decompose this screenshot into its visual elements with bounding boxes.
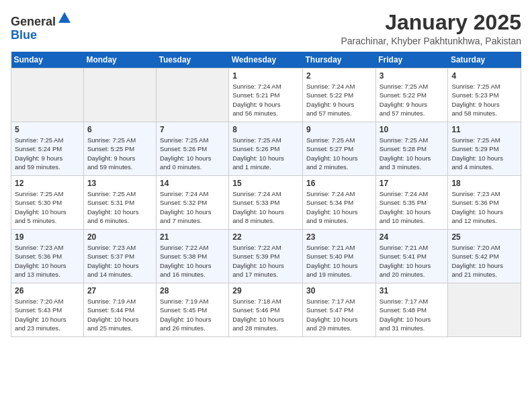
day-info: Sunrise: 7:25 AM Sunset: 5:23 PM Dayligh… bbox=[451, 82, 517, 118]
day-number: 20 bbox=[87, 232, 152, 242]
calendar-day-cell: 14Sunrise: 7:24 AM Sunset: 5:32 PM Dayli… bbox=[156, 176, 228, 230]
weekday-header-cell: Wednesday bbox=[229, 52, 303, 68]
calendar-week-row: 19Sunrise: 7:23 AM Sunset: 5:36 PM Dayli… bbox=[11, 230, 521, 283]
day-number: 5 bbox=[15, 125, 80, 134]
day-info: Sunrise: 7:24 AM Sunset: 5:22 PM Dayligh… bbox=[306, 82, 372, 118]
day-number: 29 bbox=[232, 286, 299, 295]
day-number: 6 bbox=[87, 125, 152, 134]
calendar-week-row: 12Sunrise: 7:25 AM Sunset: 5:30 PM Dayli… bbox=[11, 176, 521, 230]
day-info: Sunrise: 7:22 AM Sunset: 5:38 PM Dayligh… bbox=[160, 243, 225, 279]
month-title: January 2025 bbox=[341, 11, 522, 34]
day-info: Sunrise: 7:25 AM Sunset: 5:31 PM Dayligh… bbox=[87, 189, 152, 225]
day-info: Sunrise: 7:18 AM Sunset: 5:46 PM Dayligh… bbox=[232, 297, 299, 332]
day-info: Sunrise: 7:25 AM Sunset: 5:22 PM Dayligh… bbox=[380, 82, 445, 118]
day-info: Sunrise: 7:24 AM Sunset: 5:21 PM Dayligh… bbox=[232, 82, 299, 118]
day-info: Sunrise: 7:20 AM Sunset: 5:43 PM Dayligh… bbox=[15, 297, 80, 332]
calendar-day-cell: 23Sunrise: 7:21 AM Sunset: 5:40 PM Dayli… bbox=[303, 230, 376, 283]
calendar-day-cell: 24Sunrise: 7:21 AM Sunset: 5:41 PM Dayli… bbox=[375, 230, 448, 283]
day-number: 14 bbox=[160, 179, 225, 188]
calendar-body: 1Sunrise: 7:24 AM Sunset: 5:21 PM Daylig… bbox=[11, 68, 521, 337]
calendar-day-cell: 31Sunrise: 7:17 AM Sunset: 5:48 PM Dayli… bbox=[375, 283, 448, 337]
day-number: 28 bbox=[160, 286, 225, 295]
day-number: 16 bbox=[306, 179, 372, 188]
day-number: 12 bbox=[15, 179, 80, 188]
calendar-day-cell: 15Sunrise: 7:24 AM Sunset: 5:33 PM Dayli… bbox=[229, 176, 303, 230]
day-number: 11 bbox=[451, 125, 517, 134]
calendar-day-cell: 16Sunrise: 7:24 AM Sunset: 5:34 PM Dayli… bbox=[303, 176, 376, 230]
weekday-header-cell: Saturday bbox=[448, 52, 521, 68]
calendar-day-cell bbox=[156, 68, 228, 122]
day-info: Sunrise: 7:24 AM Sunset: 5:34 PM Dayligh… bbox=[306, 189, 372, 225]
day-info: Sunrise: 7:25 AM Sunset: 5:25 PM Dayligh… bbox=[87, 136, 152, 171]
day-number: 10 bbox=[380, 125, 445, 134]
calendar-day-cell: 22Sunrise: 7:22 AM Sunset: 5:39 PM Dayli… bbox=[229, 230, 303, 283]
calendar-day-cell: 28Sunrise: 7:19 AM Sunset: 5:45 PM Dayli… bbox=[156, 283, 228, 337]
svg-marker-0 bbox=[58, 12, 71, 23]
day-info: Sunrise: 7:22 AM Sunset: 5:39 PM Dayligh… bbox=[232, 243, 299, 279]
calendar-day-cell: 12Sunrise: 7:25 AM Sunset: 5:30 PM Dayli… bbox=[11, 176, 84, 230]
day-info: Sunrise: 7:24 AM Sunset: 5:35 PM Dayligh… bbox=[380, 189, 445, 225]
calendar-day-cell: 27Sunrise: 7:19 AM Sunset: 5:44 PM Dayli… bbox=[83, 283, 156, 337]
day-number: 2 bbox=[306, 71, 372, 81]
day-info: Sunrise: 7:21 AM Sunset: 5:41 PM Dayligh… bbox=[380, 243, 445, 279]
day-info: Sunrise: 7:25 AM Sunset: 5:24 PM Dayligh… bbox=[15, 136, 80, 171]
page-header: General Blue January 2025 Parachinar, Kh… bbox=[11, 11, 521, 46]
calendar-day-cell bbox=[83, 68, 156, 122]
calendar-day-cell: 26Sunrise: 7:20 AM Sunset: 5:43 PM Dayli… bbox=[11, 283, 84, 337]
day-number: 19 bbox=[15, 232, 80, 242]
day-number: 31 bbox=[380, 286, 445, 295]
calendar-day-cell: 1Sunrise: 7:24 AM Sunset: 5:21 PM Daylig… bbox=[229, 68, 303, 122]
calendar-day-cell: 25Sunrise: 7:20 AM Sunset: 5:42 PM Dayli… bbox=[448, 230, 521, 283]
day-number: 27 bbox=[87, 286, 152, 295]
calendar-day-cell: 11Sunrise: 7:25 AM Sunset: 5:29 PM Dayli… bbox=[448, 122, 521, 176]
day-number: 1 bbox=[232, 71, 299, 81]
day-number: 18 bbox=[451, 179, 517, 188]
day-info: Sunrise: 7:25 AM Sunset: 5:28 PM Dayligh… bbox=[380, 136, 445, 171]
day-number: 13 bbox=[87, 179, 152, 188]
calendar-day-cell: 5Sunrise: 7:25 AM Sunset: 5:24 PM Daylig… bbox=[11, 122, 84, 176]
weekday-header-cell: Friday bbox=[375, 52, 448, 68]
weekday-header-cell: Monday bbox=[83, 52, 156, 68]
calendar-week-row: 5Sunrise: 7:25 AM Sunset: 5:24 PM Daylig… bbox=[11, 122, 521, 176]
day-number: 30 bbox=[306, 286, 372, 295]
logo-general: General bbox=[11, 15, 56, 28]
calendar-week-row: 1Sunrise: 7:24 AM Sunset: 5:21 PM Daylig… bbox=[11, 68, 521, 122]
logo-icon bbox=[57, 11, 72, 26]
day-number: 3 bbox=[380, 71, 445, 81]
day-info: Sunrise: 7:20 AM Sunset: 5:42 PM Dayligh… bbox=[451, 243, 517, 279]
weekday-header-cell: Tuesday bbox=[156, 52, 228, 68]
day-info: Sunrise: 7:19 AM Sunset: 5:44 PM Dayligh… bbox=[87, 297, 152, 332]
calendar-table: SundayMondayTuesdayWednesdayThursdayFrid… bbox=[11, 52, 521, 337]
day-info: Sunrise: 7:19 AM Sunset: 5:45 PM Dayligh… bbox=[160, 297, 225, 332]
day-info: Sunrise: 7:25 AM Sunset: 5:26 PM Dayligh… bbox=[160, 136, 225, 171]
day-number: 24 bbox=[380, 232, 445, 242]
location-subtitle: Parachinar, Khyber Pakhtunkhwa, Pakistan bbox=[341, 36, 522, 46]
calendar-day-cell bbox=[11, 68, 84, 122]
calendar-day-cell: 20Sunrise: 7:23 AM Sunset: 5:37 PM Dayli… bbox=[83, 230, 156, 283]
calendar-day-cell: 3Sunrise: 7:25 AM Sunset: 5:22 PM Daylig… bbox=[375, 68, 448, 122]
calendar-day-cell: 10Sunrise: 7:25 AM Sunset: 5:28 PM Dayli… bbox=[375, 122, 448, 176]
day-info: Sunrise: 7:24 AM Sunset: 5:33 PM Dayligh… bbox=[232, 189, 299, 225]
calendar-day-cell bbox=[448, 283, 521, 337]
day-number: 4 bbox=[451, 71, 517, 81]
calendar-day-cell: 18Sunrise: 7:23 AM Sunset: 5:36 PM Dayli… bbox=[448, 176, 521, 230]
day-number: 26 bbox=[15, 286, 80, 295]
calendar-day-cell: 30Sunrise: 7:17 AM Sunset: 5:47 PM Dayli… bbox=[303, 283, 376, 337]
calendar-day-cell: 2Sunrise: 7:24 AM Sunset: 5:22 PM Daylig… bbox=[303, 68, 376, 122]
calendar-day-cell: 4Sunrise: 7:25 AM Sunset: 5:23 PM Daylig… bbox=[448, 68, 521, 122]
day-info: Sunrise: 7:25 AM Sunset: 5:29 PM Dayligh… bbox=[451, 136, 517, 171]
weekday-header-cell: Thursday bbox=[303, 52, 376, 68]
title-block: January 2025 Parachinar, Khyber Pakhtunk… bbox=[341, 11, 522, 46]
day-number: 21 bbox=[160, 232, 225, 242]
day-info: Sunrise: 7:23 AM Sunset: 5:36 PM Dayligh… bbox=[15, 243, 80, 279]
day-info: Sunrise: 7:25 AM Sunset: 5:30 PM Dayligh… bbox=[15, 189, 80, 225]
day-number: 23 bbox=[306, 232, 372, 242]
day-number: 25 bbox=[451, 232, 517, 242]
calendar-day-cell: 17Sunrise: 7:24 AM Sunset: 5:35 PM Dayli… bbox=[375, 176, 448, 230]
calendar-week-row: 26Sunrise: 7:20 AM Sunset: 5:43 PM Dayli… bbox=[11, 283, 521, 337]
calendar-day-cell: 8Sunrise: 7:25 AM Sunset: 5:26 PM Daylig… bbox=[229, 122, 303, 176]
day-info: Sunrise: 7:25 AM Sunset: 5:27 PM Dayligh… bbox=[306, 136, 372, 171]
logo: General Blue bbox=[11, 11, 72, 42]
day-number: 8 bbox=[232, 125, 299, 134]
day-info: Sunrise: 7:23 AM Sunset: 5:36 PM Dayligh… bbox=[451, 189, 517, 225]
